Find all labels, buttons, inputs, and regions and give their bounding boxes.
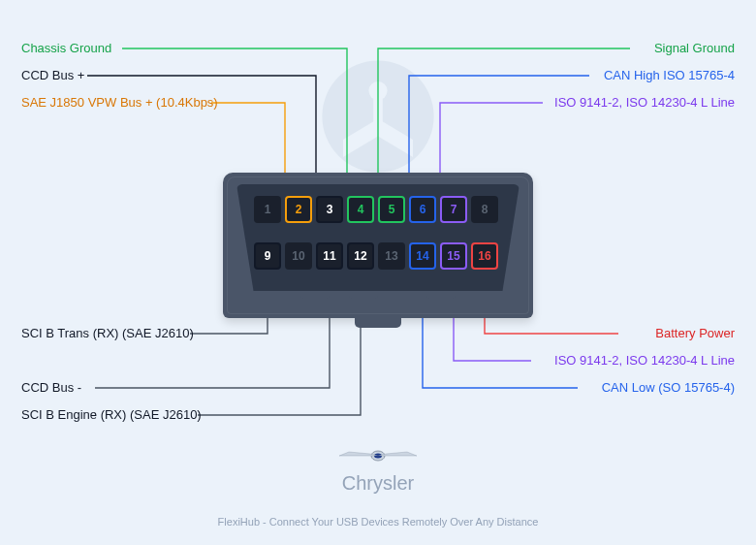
pin-6: 6 (409, 196, 436, 223)
brand: Chrysler (334, 445, 422, 495)
label-iso-l-top: ISO 9141-2, ISO 14230-4 L Line (554, 95, 735, 110)
brand-name: Chrysler (334, 472, 422, 495)
pin-16: 16 (471, 242, 498, 270)
label-iso-l-bot: ISO 9141-2, ISO 14230-4 L Line (554, 353, 735, 368)
obd-connector: 1 2 3 4 5 6 7 8 9 10 11 12 13 14 15 16 (223, 173, 533, 318)
pin-13: 13 (378, 242, 405, 270)
label-sci-b-engine: SCI B Engine (RX) (SAE J2610) (21, 407, 202, 422)
pin-8: 8 (471, 196, 498, 223)
pin-11: 11 (316, 242, 343, 270)
pin-10: 10 (285, 242, 312, 270)
pin-1: 1 (254, 196, 281, 223)
label-chassis-ground: Chassis Ground (21, 41, 111, 55)
label-signal-ground: Signal Ground (654, 41, 735, 55)
label-can-low: CAN Low (SO 15765-4) (602, 380, 735, 395)
label-ccd-bus-plus: CCD Bus + (21, 68, 84, 82)
pin-5: 5 (378, 196, 405, 223)
pin-row-bottom: 9 10 11 12 13 14 15 16 (254, 242, 498, 270)
pin-14: 14 (409, 242, 436, 270)
label-sae-j1850: SAE J1850 VPW Bus + (10.4Kbps) (21, 95, 218, 110)
pin-2: 2 (285, 196, 312, 223)
watermark-icon (320, 58, 436, 175)
pin-15: 15 (440, 242, 467, 270)
connector-body: 1 2 3 4 5 6 7 8 9 10 11 12 13 14 15 16 (223, 173, 533, 318)
label-battery-power: Battery Power (655, 326, 735, 340)
pin-9: 9 (254, 242, 281, 270)
label-ccd-bus-minus: CCD Bus - (21, 380, 81, 395)
label-sci-b-trans: SCI B Trans (RX) (SAE J2610) (21, 326, 194, 340)
pin-4: 4 (347, 196, 374, 223)
pin-12: 12 (347, 242, 374, 270)
pin-3: 3 (316, 196, 343, 223)
pin-row-top: 1 2 3 4 5 6 7 8 (254, 196, 498, 223)
pin-7: 7 (440, 196, 467, 223)
footer-text: FlexiHub - Connect Your USB Devices Remo… (218, 516, 539, 528)
chrysler-logo-icon (334, 445, 422, 465)
label-can-high: CAN High ISO 15765-4 (604, 68, 735, 82)
